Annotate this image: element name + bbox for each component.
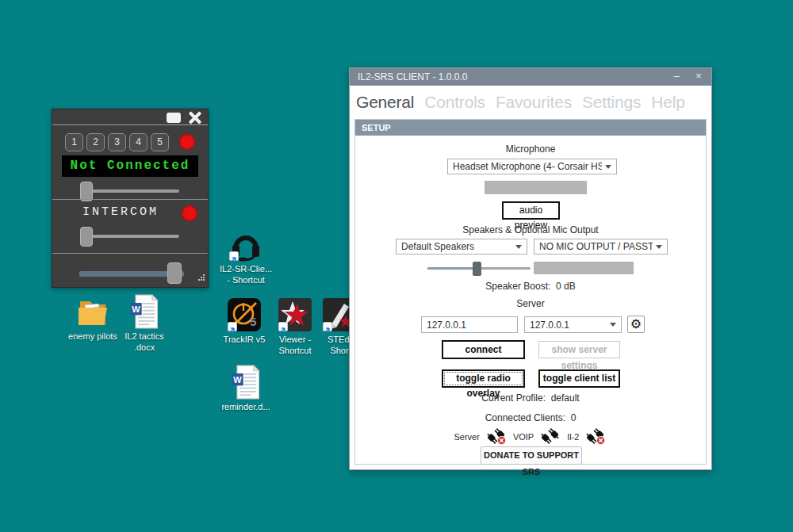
tab-settings[interactable]: Settings bbox=[582, 93, 641, 112]
connect-button[interactable]: connect bbox=[442, 340, 525, 359]
minimize-button[interactable]: – bbox=[665, 68, 688, 86]
close-icon[interactable] bbox=[187, 111, 201, 124]
voip-status-label: VOIP bbox=[513, 432, 534, 442]
current-profile: Current Profile: default bbox=[355, 392, 706, 404]
shortcut-arrow-icon bbox=[228, 322, 237, 331]
svg-text:W: W bbox=[132, 304, 140, 314]
star-icon bbox=[278, 297, 312, 332]
word-document-icon: W bbox=[228, 365, 263, 400]
window-title: IL2-SRS CLIENT - 1.0.0.0 bbox=[358, 71, 468, 82]
show-server-settings-button: show server settings bbox=[538, 341, 620, 358]
radio-status-led bbox=[179, 134, 195, 150]
chevron-down-icon bbox=[515, 245, 522, 249]
desktop-icon-reminder[interactable]: W reminder.d... bbox=[215, 365, 277, 412]
window-titlebar[interactable]: IL2-SRS CLIENT - 1.0.0.0 – × bbox=[350, 68, 711, 86]
server-address-input[interactable] bbox=[421, 316, 518, 333]
current-profile-value: default bbox=[551, 392, 580, 404]
server-disconnected-plug-icon bbox=[485, 426, 508, 448]
setup-header: SETUP bbox=[355, 120, 706, 136]
close-button[interactable]: × bbox=[688, 68, 710, 86]
menu-bar: General Controls Favourites Settings Hel… bbox=[350, 86, 711, 118]
voip-plug-icon bbox=[539, 426, 561, 448]
server-history-select[interactable]: 127.0.0.1 bbox=[524, 316, 622, 333]
radio-volume-slider-track[interactable] bbox=[86, 189, 179, 193]
icon-label: .docx bbox=[113, 342, 175, 353]
tab-favourites[interactable]: Favourites bbox=[496, 93, 572, 112]
desktop-icon-il2-sr-client[interactable]: IL2-SR-Clie... - Shortcut bbox=[215, 227, 277, 285]
il2-disconnected-plug-icon bbox=[584, 426, 607, 448]
chevron-down-icon bbox=[605, 165, 611, 169]
shortcut-arrow-icon bbox=[229, 251, 239, 261]
il2-status-label: Il-2 bbox=[567, 432, 579, 442]
desktop: IL2-SR-Clie... - Shortcut W enemy pilots bbox=[0, 0, 793, 532]
tab-controls[interactable]: Controls bbox=[424, 93, 485, 112]
toggle-radio-overlay-button[interactable]: toggle radio overlay bbox=[442, 369, 525, 388]
chevron-down-icon bbox=[610, 323, 616, 327]
connection-status-row: Server VOIP bbox=[355, 426, 706, 448]
server-settings-gear-button[interactable]: ⚙ bbox=[627, 316, 645, 333]
tab-general[interactable]: General bbox=[356, 93, 414, 112]
connected-clients: Connected Clients: 0 bbox=[355, 412, 706, 423]
trackir-icon: 5 bbox=[227, 297, 262, 332]
radio-status-display: Not Connected bbox=[62, 155, 198, 177]
master-volume-slider-thumb[interactable] bbox=[167, 262, 182, 284]
microphone-select[interactable]: Headset Microphone (4- Corsair HS70 W bbox=[447, 159, 617, 174]
shortcut-arrow-icon bbox=[278, 322, 288, 331]
audio-preview-button[interactable]: audio preview bbox=[502, 201, 560, 220]
intercom-status-led bbox=[182, 205, 197, 221]
intercom-label: INTERCOM bbox=[52, 205, 189, 219]
mic-output-select[interactable]: NO MIC OUTPUT / PASSTHROU bbox=[534, 239, 668, 255]
radio-channel-5-button[interactable]: 5 bbox=[151, 133, 169, 151]
divider bbox=[52, 253, 208, 254]
word-document-icon: W bbox=[127, 294, 162, 329]
icon-label: IL2 tactics bbox=[113, 331, 175, 342]
connected-clients-value: 0 bbox=[571, 412, 577, 423]
speaker-boost-label: Speaker Boost: 0 dB bbox=[355, 281, 706, 292]
folder-icon: W bbox=[75, 294, 110, 329]
speaker-boost-value: 0 dB bbox=[556, 281, 576, 292]
speakers-select[interactable]: Default Speakers bbox=[396, 239, 527, 255]
overlay-titlebar[interactable] bbox=[52, 109, 208, 125]
radio-overlay-window: 1 2 3 4 5 Not Connected INTERCOM bbox=[52, 109, 209, 288]
speakers-label: Speakers & Optional Mic Output bbox=[355, 224, 706, 235]
microphone-label: Microphone bbox=[355, 144, 706, 155]
icon-label: reminder.d... bbox=[215, 401, 277, 412]
desktop-icon-il2-tactics[interactable]: W IL2 tactics .docx bbox=[113, 294, 175, 353]
icon-label: IL2-SR-Clie... bbox=[215, 263, 277, 274]
donate-button[interactable]: DONATE TO SUPPORT SRS bbox=[481, 446, 582, 465]
svg-text:W: W bbox=[233, 375, 242, 385]
resize-grip[interactable] bbox=[197, 270, 205, 285]
speaker-volume-slider-thumb[interactable] bbox=[473, 262, 481, 276]
headset-icon bbox=[228, 227, 263, 262]
setup-panel: SETUP Microphone Headset Microphone (4- … bbox=[354, 119, 707, 465]
chevron-down-icon bbox=[656, 245, 662, 249]
minimize-icon[interactable] bbox=[167, 113, 181, 123]
toggle-client-list-button[interactable]: toggle client list bbox=[538, 369, 620, 388]
radio-channel-3-button[interactable]: 3 bbox=[108, 133, 126, 151]
icon-label: - Shortcut bbox=[215, 274, 277, 285]
shortcut-arrow-icon bbox=[323, 322, 332, 331]
speaker-volume-slider-fill bbox=[427, 267, 476, 270]
radio-channel-4-button[interactable]: 4 bbox=[129, 133, 147, 151]
intercom-volume-slider-track[interactable] bbox=[86, 235, 179, 238]
svg-text:5: 5 bbox=[250, 315, 256, 328]
speaker-level-bar bbox=[534, 262, 634, 274]
radio-channel-1-button[interactable]: 1 bbox=[65, 133, 83, 151]
tab-help[interactable]: Help bbox=[651, 93, 684, 112]
srs-client-window: IL2-SRS CLIENT - 1.0.0.0 – × General Con… bbox=[349, 67, 712, 470]
intercom-volume-slider-thumb[interactable] bbox=[80, 227, 93, 247]
divider bbox=[52, 199, 208, 200]
server-label: Server bbox=[355, 298, 706, 309]
server-status-label: Server bbox=[454, 432, 480, 442]
mic-level-bar bbox=[485, 181, 587, 194]
radio-channel-2-button[interactable]: 2 bbox=[86, 133, 105, 151]
